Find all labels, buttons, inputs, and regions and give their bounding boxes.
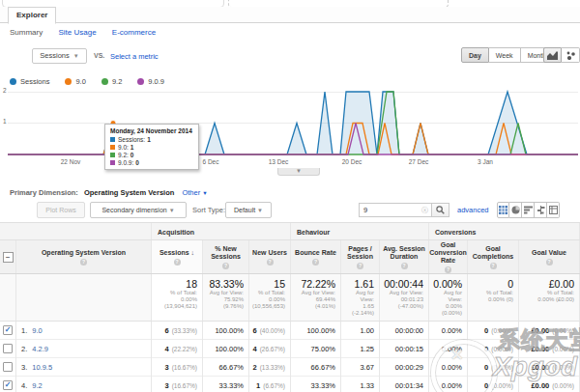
totals-subtext: (9.76%) <box>205 303 244 310</box>
totals-subtext: % of Total: <box>251 290 285 296</box>
metric-value: 0 <box>484 326 488 335</box>
table-row[interactable]: 2.4.2.94(22.22%)100.00%4(26.67%)75.00%1.… <box>0 340 580 358</box>
metric-selector-dropdown[interactable]: Sessions▼ <box>32 48 87 64</box>
granularity-week-button[interactable]: Week <box>489 47 521 63</box>
metric-value: 1.25 <box>360 345 374 353</box>
line-chart-view-button[interactable] <box>543 47 562 63</box>
metric-cell: £0.00(0.00%) <box>519 322 580 340</box>
totals-subtext: 0.00% (£0.00) <box>521 296 574 303</box>
row-checkbox[interactable] <box>3 362 13 372</box>
help-icon[interactable]: ? <box>546 259 553 266</box>
column-header-goal-completions[interactable]: Goal Completions? <box>468 240 519 273</box>
metric-cell: 00:01:34 <box>380 377 429 392</box>
help-icon[interactable]: ? <box>490 263 497 269</box>
help-icon[interactable]: ? <box>401 263 408 269</box>
column-header-bounce-rate[interactable]: Bounce Rate? <box>291 240 341 273</box>
y-axis-label-1: 1 <box>3 118 7 125</box>
comparison-view-button[interactable] <box>535 202 547 218</box>
metric-cell: 3.67 <box>341 358 380 377</box>
sort-type-dropdown[interactable]: Default ▼ <box>225 202 272 218</box>
pivot-view-button[interactable] <box>547 202 560 218</box>
row-checkbox[interactable]: ✓ <box>3 380 13 390</box>
chart-type-buttons <box>543 47 580 63</box>
data-view-button[interactable] <box>497 202 509 218</box>
metric-value: 6 <box>252 326 256 335</box>
metric-value: 0.00% <box>442 363 462 372</box>
totals-cell: 1.61Avg forView:1.65(-2.14%) <box>341 274 380 321</box>
subnav-ecommerce[interactable]: E-commerce <box>112 28 156 37</box>
search-button[interactable] <box>431 203 450 217</box>
totals-subtext: Avg for <box>431 290 462 296</box>
select-all-checkbox[interactable]: – <box>3 252 14 263</box>
help-icon[interactable]: ? <box>174 259 181 266</box>
row-checkbox[interactable] <box>3 344 13 353</box>
totals-subtext: Avg for View: <box>205 290 244 296</box>
metric-value: 33.33% <box>311 381 335 390</box>
help-icon[interactable]: ? <box>312 259 319 266</box>
clear-search-icon[interactable]: ⓧ <box>421 206 428 215</box>
legend-item-9.2[interactable]: 9.2 <box>102 77 122 86</box>
row-checkbox[interactable]: ✓ <box>3 325 13 335</box>
column-header-pages-session[interactable]: Pages / Session? <box>341 240 380 273</box>
help-icon[interactable]: ? <box>222 263 229 269</box>
legend-dot-icon <box>137 78 144 85</box>
help-icon[interactable]: ? <box>80 259 87 266</box>
chart-collapse-handle[interactable]: ▼ <box>277 168 320 176</box>
granularity-day-button[interactable]: Day <box>461 47 489 63</box>
metric-percent: (0.00%) <box>552 364 574 371</box>
metric-cell: 2(13.33%) <box>249 358 291 377</box>
column-header-sessions[interactable]: Sessions ↓? <box>152 240 203 273</box>
performance-view-button[interactable] <box>522 202 535 218</box>
subnav-site-usage[interactable]: Site Usage <box>58 28 96 37</box>
help-icon[interactable]: ? <box>357 263 363 269</box>
x-axis-tick: 3 Jan <box>478 158 493 165</box>
primary-dimension-other-link[interactable]: Other ▼ <box>182 188 207 197</box>
column-header-goal-value[interactable]: Goal Value? <box>519 240 580 273</box>
percentage-view-button[interactable] <box>509 202 522 218</box>
table-row[interactable]: ✓4.9.23(16.67%)33.33%1(6.67%)33.33%1.330… <box>0 377 580 392</box>
table-header-row: –Operating System Version ?Sessions ↓?% … <box>0 240 580 274</box>
metric-value: 3 <box>164 381 168 390</box>
metric-cell: 100.00% <box>203 340 249 358</box>
totals-value: 0.00% <box>431 278 462 290</box>
metric-value: 0.00% <box>442 381 462 390</box>
bars-icon <box>524 206 533 214</box>
totals-spacer <box>0 274 16 321</box>
row-dimension-link[interactable]: 9.0 <box>32 326 42 335</box>
column-header-label: Bounce Rate <box>295 249 336 257</box>
advanced-search-link[interactable]: advanced <box>457 206 489 214</box>
column-header-avg-session-duration[interactable]: Avg. Session Duration? <box>380 240 429 273</box>
motion-chart-view-button[interactable] <box>562 47 580 63</box>
help-icon[interactable]: ? <box>445 266 451 273</box>
row-dimension-link[interactable]: 9.2 <box>32 381 42 390</box>
legend-item-9.0[interactable]: 9.0 <box>65 77 85 86</box>
metric-cell: £0.00(0.00%) <box>519 377 580 392</box>
legend-item-9.0.9[interactable]: 9.0.9 <box>137 77 164 86</box>
select-metric-link[interactable]: Select a metric <box>110 52 159 61</box>
column-header-goal-conversion-rate[interactable]: Goal Conversion Rate? <box>429 240 468 273</box>
table-row[interactable]: ✓1.9.06(33.33%)100.00%6(40.00%)100.00%1.… <box>0 322 580 340</box>
column-header-dimension[interactable]: Operating System Version ? <box>16 240 152 273</box>
totals-value: £0.00 <box>521 278 574 290</box>
secondary-dimension-button[interactable]: Secondary dimension ▼ <box>90 202 187 218</box>
motion-chart-icon <box>566 51 575 60</box>
metric-cell: 100.00% <box>203 322 249 340</box>
legend-item-Sessions[interactable]: Sessions <box>10 77 49 86</box>
column-header--new-sessions[interactable]: % New Sessions? <box>203 240 249 273</box>
tab-explorer[interactable]: Explorer <box>8 7 56 24</box>
chart-tooltip: Monday, 24 November 2014 Sessions:19.0:1… <box>104 124 199 170</box>
primary-dimension-label: Primary Dimension: <box>10 188 78 197</box>
help-icon[interactable]: ? <box>267 259 274 266</box>
subnav-summary[interactable]: Summary <box>10 28 43 37</box>
table-row[interactable]: 3.10.9.53(16.67%)66.67%2(13.33%)66.67%3.… <box>0 358 580 377</box>
primary-dimension-selected[interactable]: Operating System Version <box>84 188 174 197</box>
metric-cell: 33.33% <box>203 377 249 392</box>
plot-rows-button[interactable]: Plot Rows <box>37 202 85 218</box>
row-dimension-link[interactable]: 10.9.5 <box>32 363 52 372</box>
row-dimension-cell: 3.10.9.5 <box>16 358 152 377</box>
column-header-new-users[interactable]: New Users? <box>249 240 291 273</box>
metric-value: 66.67% <box>219 363 244 372</box>
row-dimension-link[interactable]: 4.2.9 <box>32 345 48 353</box>
totals-subtext: 69.44% <box>293 296 335 303</box>
report-tab-bar: Explorer <box>0 7 580 23</box>
